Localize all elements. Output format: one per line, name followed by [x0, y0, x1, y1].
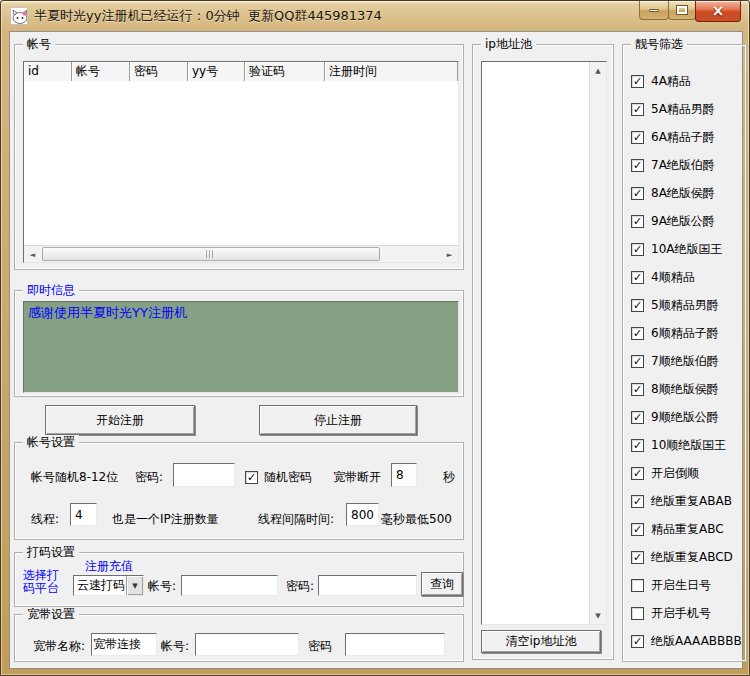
captcha-account-input[interactable] [181, 575, 278, 596]
checkbox-checked-icon: ✓ [631, 383, 644, 396]
column-header-2[interactable]: 密码 [130, 62, 188, 81]
interval-note: 毫秒最低500 [381, 512, 452, 526]
title-bar[interactable]: 半夏时光yy注册机已经运行：0分钟 更新QQ群445981374 × [1, 1, 749, 31]
platform-link[interactable]: 选择打码平台 [23, 569, 69, 595]
filter-checkbox-16[interactable]: ✓精品重复ABC [631, 515, 742, 543]
filter-checkbox-2[interactable]: ✓6A精品子爵 [631, 123, 742, 151]
filter-checkbox-13[interactable]: ✓10顺绝版国王 [631, 431, 742, 459]
column-header-1[interactable]: 帐号 [72, 62, 130, 81]
broadband-account-input[interactable] [195, 633, 299, 656]
checkbox-checked-icon: ✓ [631, 299, 644, 312]
filter-checkbox-20[interactable]: ✓绝版AAAABBBB [631, 627, 742, 655]
minimize-button[interactable] [639, 1, 669, 20]
filter-checkbox-9[interactable]: ✓6顺精品子爵 [631, 319, 742, 347]
filter-label: 4顺精品 [651, 269, 695, 286]
disconnect-seconds-input[interactable] [391, 463, 417, 487]
filter-checkbox-6[interactable]: ✓10A绝版国王 [631, 235, 742, 263]
scroll-left-icon[interactable]: ◄ [24, 246, 41, 263]
filter-checkbox-3[interactable]: ✓7A绝版伯爵 [631, 151, 742, 179]
checkbox-checked-icon: ✓ [631, 467, 644, 480]
filter-label: 6A精品子爵 [651, 129, 715, 146]
filter-checkbox-8[interactable]: ✓5顺精品男爵 [631, 291, 742, 319]
thread-label: 线程: [31, 512, 59, 526]
captcha-password-input[interactable] [318, 575, 417, 596]
filter-checkbox-0[interactable]: ✓4A精品 [631, 67, 742, 95]
filter-checkbox-5[interactable]: ✓9A绝版公爵 [631, 207, 742, 235]
ip-pool-vscrollbar[interactable]: ▲ ▼ [589, 62, 606, 624]
ip-pool-list[interactable]: ▲ ▼ [481, 61, 607, 625]
chevron-down-icon[interactable]: ▼ [126, 576, 143, 595]
random-password-checkbox[interactable]: ✓ 随机密码 [245, 469, 312, 486]
scroll-down-icon[interactable]: ▼ [590, 607, 606, 624]
captcha-password-label: 密码: [286, 579, 314, 593]
filter-checkbox-19[interactable]: 开启手机号 [631, 599, 742, 627]
checkbox-checked-icon: ✓ [631, 551, 644, 564]
accounts-table-body[interactable] [24, 81, 458, 245]
message-text: 感谢使用半夏时光YY注册机 [28, 305, 187, 320]
column-header-4[interactable]: 验证码 [245, 62, 325, 81]
accounts-group: 帐号 id帐号密码yy号验证码注册时间 ◄ ► [14, 44, 464, 270]
checkbox-checked-icon: ✓ [631, 243, 644, 256]
accounts-hscrollbar[interactable]: ◄ ► [24, 245, 458, 262]
message-box[interactable]: 感谢使用半夏时光YY注册机 [23, 301, 459, 393]
query-button[interactable]: 查询 [421, 572, 463, 596]
filter-label: 开启倒顺 [651, 465, 699, 482]
grip-icon [206, 250, 215, 258]
checkbox-checked-icon: ✓ [631, 439, 644, 452]
hscroll-thumb[interactable] [42, 247, 380, 261]
seconds-label: 秒 [443, 470, 455, 484]
captcha-settings-label: 打码设置 [23, 545, 79, 559]
captcha-platform-combo[interactable]: 云速打码 ▼ [73, 575, 144, 596]
clear-ip-pool-button[interactable]: 清空ip地址池 [481, 630, 601, 653]
start-register-button[interactable]: 开始注册 [45, 405, 195, 435]
interval-input[interactable] [346, 503, 379, 526]
filter-label: 6顺精品子爵 [651, 325, 719, 342]
checkbox-checked-icon: ✓ [631, 103, 644, 116]
filter-label: 开启生日号 [651, 577, 711, 594]
column-header-3[interactable]: yy号 [188, 62, 245, 81]
password-label: 密码: [135, 470, 163, 484]
broadband-name-input[interactable] [91, 633, 157, 656]
broadband-settings-group: 宽带设置 宽带名称: 帐号: 密码 [14, 614, 464, 662]
filter-checkbox-18[interactable]: 开启生日号 [631, 571, 742, 599]
interval-label: 线程间隔时间: [258, 512, 334, 526]
accounts-group-label: 帐号 [23, 37, 55, 51]
scroll-up-icon[interactable]: ▲ [590, 62, 606, 79]
filter-checkbox-10[interactable]: ✓7顺绝版伯爵 [631, 347, 742, 375]
filter-checkbox-4[interactable]: ✓8A绝版侯爵 [631, 179, 742, 207]
client-area: 帐号 id帐号密码yy号验证码注册时间 ◄ ► 即时信息 感谢使用半夏时光YY注… [9, 31, 743, 669]
column-header-0[interactable]: id [24, 62, 72, 81]
broadband-password-input[interactable] [345, 633, 445, 656]
filter-checkbox-11[interactable]: ✓8顺绝版侯爵 [631, 375, 742, 403]
stop-register-button[interactable]: 停止注册 [259, 405, 417, 435]
captcha-settings-group: 打码设置 注册充值 选择打码平台 云速打码 ▼ 帐号: 密码: 查询 [14, 552, 464, 607]
recharge-link[interactable]: 注册充值 [85, 560, 133, 573]
scroll-right-icon[interactable]: ► [441, 246, 458, 263]
minimize-icon [649, 9, 659, 12]
filter-checkbox-15[interactable]: ✓绝版重复ABAB [631, 487, 742, 515]
filter-checkbox-7[interactable]: ✓4顺精品 [631, 263, 742, 291]
close-button[interactable]: × [695, 1, 741, 22]
filter-label: 精品重复ABC [651, 521, 724, 538]
filter-checkbox-14[interactable]: ✓开启倒顺 [631, 459, 742, 487]
checkbox-checked-icon: ✓ [631, 495, 644, 508]
accounts-table[interactable]: id帐号密码yy号验证码注册时间 ◄ ► [23, 61, 459, 263]
broadband-name-label: 宽带名称: [33, 639, 85, 653]
maximize-button[interactable] [668, 1, 696, 20]
accounts-table-header: id帐号密码yy号验证码注册时间 [24, 62, 458, 81]
filters-group: 靓号筛选 ✓4A精品✓5A精品男爵✓6A精品子爵✓7A绝版伯爵✓8A绝版侯爵✓9… [622, 44, 747, 662]
checkbox-checked-icon: ✓ [631, 131, 644, 144]
thread-count-input[interactable] [70, 503, 97, 526]
checkbox-checked-icon: ✓ [631, 411, 644, 424]
filter-checkbox-1[interactable]: ✓5A精品男爵 [631, 95, 742, 123]
filter-label: 绝版重复ABAB [651, 493, 732, 510]
filter-checkbox-17[interactable]: ✓绝版重复ABCD [631, 543, 742, 571]
filter-label: 4A精品 [651, 73, 691, 90]
filter-label: 9顺绝版公爵 [651, 409, 719, 426]
checkbox-unchecked-icon [631, 607, 644, 620]
column-header-5[interactable]: 注册时间 [325, 62, 458, 81]
captcha-account-label: 帐号: [148, 579, 176, 593]
filter-checkbox-12[interactable]: ✓9顺绝版公爵 [631, 403, 742, 431]
password-input[interactable] [173, 463, 235, 487]
checkbox-checked-icon: ✓ [631, 187, 644, 200]
